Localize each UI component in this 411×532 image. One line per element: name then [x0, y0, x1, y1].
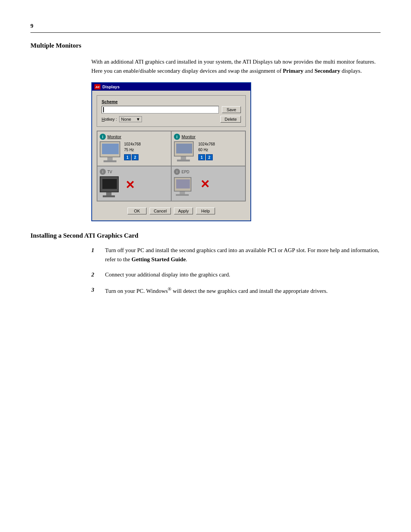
monitor-1-stand: [107, 157, 113, 160]
scheme-input[interactable]: [102, 106, 219, 113]
step-3: 3 Turn on your PC. Windows® will detect …: [91, 285, 381, 296]
info-icon-tv: i: [100, 169, 106, 175]
hotkey-label-rest: otkey :: [105, 117, 117, 121]
step-3-num: 3: [91, 285, 99, 296]
epd-screen: [176, 179, 190, 189]
info-icon-1: i: [100, 134, 106, 140]
tv-label: TV: [107, 170, 112, 174]
hotkey-value: None: [121, 117, 131, 121]
monitor-1-foot: [104, 160, 116, 162]
step-3-sup: ®: [168, 286, 172, 292]
ok-button[interactable]: OK: [127, 208, 147, 214]
body-text-bold2: Secondary: [314, 68, 340, 74]
step-1-text-end: .: [186, 256, 187, 262]
monitor-2-header: i Monitor: [174, 134, 243, 140]
monitor-2-btn-2[interactable]: 2: [206, 154, 213, 160]
monitor-cell-epd: i EPD ✕: [171, 166, 245, 201]
step-3-text-a: Turn on your PC. Windows: [105, 288, 168, 294]
monitor-cell-tv: i TV ✕: [97, 166, 171, 201]
tv-disabled-x-icon: ✕: [125, 179, 135, 191]
cancel-button[interactable]: Cancel: [150, 208, 171, 214]
monitor-2-refresh: 60 Hz: [198, 147, 215, 153]
tv-content: ✕: [100, 176, 169, 198]
epd-image-wrapper: ✕: [174, 176, 208, 198]
monitor-2-info: 1024x768 60 Hz 1 2: [198, 141, 215, 160]
monitor-1-screen: [102, 144, 119, 154]
step-3-text-b: will detect the new graphics card and in…: [171, 288, 328, 294]
hotkey-label: Hotkey :: [102, 117, 117, 121]
tv-image-wrapper: ✕: [100, 176, 134, 198]
monitor-1-refresh: 75 Hz: [124, 147, 141, 153]
monitor-2-screen: [176, 144, 192, 153]
monitor-2-foot: [177, 160, 190, 161]
step-3-content: Turn on your PC. Windows® will detect th…: [105, 285, 381, 296]
ati-displays-dialog: Ati Displays Scheme Save Hotkey :: [91, 82, 251, 221]
epd-header: i EPD: [174, 169, 243, 175]
monitor-2-body: [174, 141, 194, 157]
help-button[interactable]: Help: [196, 208, 215, 214]
delete-button[interactable]: Delete: [220, 116, 241, 123]
step-2: 2 Connect your additional display into t…: [91, 270, 381, 279]
epd-disabled-x-icon: ✕: [200, 179, 210, 190]
tv-screen: [102, 179, 117, 189]
monitor-1-image: [100, 141, 122, 163]
save-button[interactable]: Save: [222, 106, 241, 113]
body-text-end-word: displays.: [342, 68, 362, 74]
step-1: 1 Turn off your PC and install the secon…: [91, 246, 381, 264]
scheme-label-rest: cheme: [104, 99, 118, 104]
info-icon-2: i: [174, 134, 180, 140]
step-1-content: Turn off your PC and install the second …: [105, 246, 381, 264]
monitor-2-content: 1024x768 60 Hz 1 2: [174, 141, 243, 163]
monitor-cell-1: i Monitor: [97, 131, 171, 166]
dialog-title: Displays: [102, 85, 119, 89]
body-text-and: and: [305, 68, 313, 74]
info-icon-epd: i: [174, 169, 180, 175]
epd-foot: [176, 194, 189, 196]
scheme-group: Scheme Save Hotkey : None ▼: [97, 95, 246, 127]
dropdown-arrow-icon: ▼: [136, 117, 140, 121]
tv-header: i TV: [100, 169, 169, 175]
multiple-monitors-title: Multiple Monitors: [30, 42, 381, 50]
monitor-1-body: [100, 141, 120, 157]
hotkey-underline: H: [102, 117, 105, 121]
page-divider: [30, 32, 381, 33]
monitor-1-btn-2[interactable]: 2: [132, 154, 139, 160]
page-number: 9: [30, 23, 381, 29]
monitor-1-screen-lines: [102, 144, 119, 154]
apply-button[interactable]: Apply: [174, 208, 193, 214]
monitor-2-resolution: 1024x768: [198, 141, 215, 147]
tv-body: [100, 176, 119, 192]
body-text-bold1: Primary: [283, 68, 303, 74]
epd-stand: [180, 192, 185, 194]
step-2-content: Connect your additional display into the…: [105, 270, 381, 279]
ati-displays-dialog-wrapper: Ati Displays Scheme Save Hotkey :: [91, 82, 381, 221]
tv-stand: [106, 192, 112, 195]
epd-label: EPD: [182, 170, 190, 174]
step-1-text-bold: Getting Started Guide: [132, 256, 186, 262]
installing-title: Installing a Second ATI Graphics Card: [30, 232, 381, 240]
epd-body: [174, 177, 191, 192]
step-2-num: 2: [91, 270, 99, 279]
monitor-2-image: [174, 141, 196, 163]
hotkey-row: Hotkey : None ▼ Delete: [102, 116, 241, 123]
monitor-2-label: Monitor: [182, 134, 196, 139]
monitor-2-btn-1[interactable]: 1: [198, 154, 205, 160]
monitor-2-buttons: 1 2: [198, 154, 215, 160]
monitor-1-info: 1024x768 75 Hz 1 2: [124, 141, 141, 160]
monitor-cell-2: i Monitor: [171, 131, 245, 166]
epd-content: ✕: [174, 176, 243, 198]
scheme-label: Scheme: [102, 99, 241, 104]
monitor-1-label: Monitor: [107, 134, 121, 139]
multiple-monitors-body: With an additional ATI graphics card ins…: [91, 57, 381, 75]
dialog-bottom-buttons: OK Cancel Apply Help: [97, 205, 246, 216]
monitor-1-btn-1[interactable]: 1: [124, 154, 131, 160]
monitor-1-resolution: 1024x768: [124, 141, 141, 147]
step-2-text: Connect your additional display into the…: [105, 272, 230, 278]
ati-logo-icon: Ati: [94, 84, 100, 89]
monitor-1-content: 1024x768 75 Hz 1 2: [100, 141, 169, 163]
step-1-num: 1: [91, 246, 99, 264]
hotkey-dropdown[interactable]: None ▼: [119, 116, 142, 122]
scheme-row: Save: [102, 106, 241, 113]
dialog-titlebar: Ati Displays: [92, 83, 250, 91]
monitor-1-header: i Monitor: [100, 134, 169, 140]
